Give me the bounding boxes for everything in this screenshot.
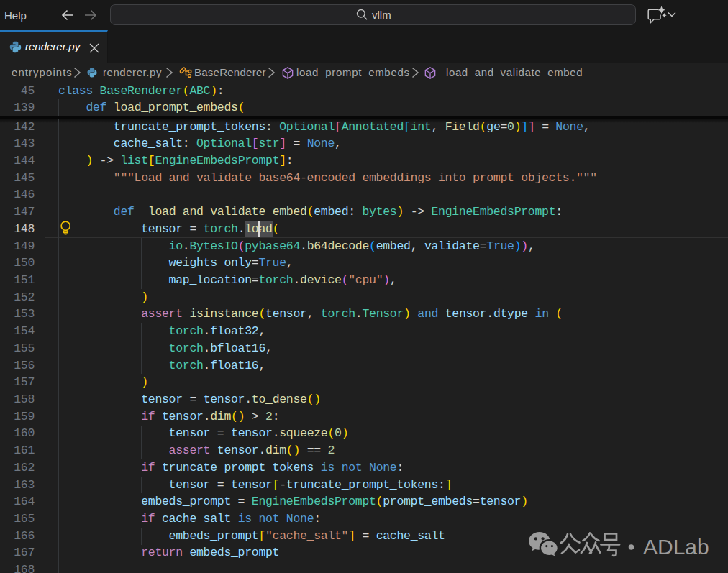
svg-text:ADLab: ADLab [643, 535, 709, 559]
